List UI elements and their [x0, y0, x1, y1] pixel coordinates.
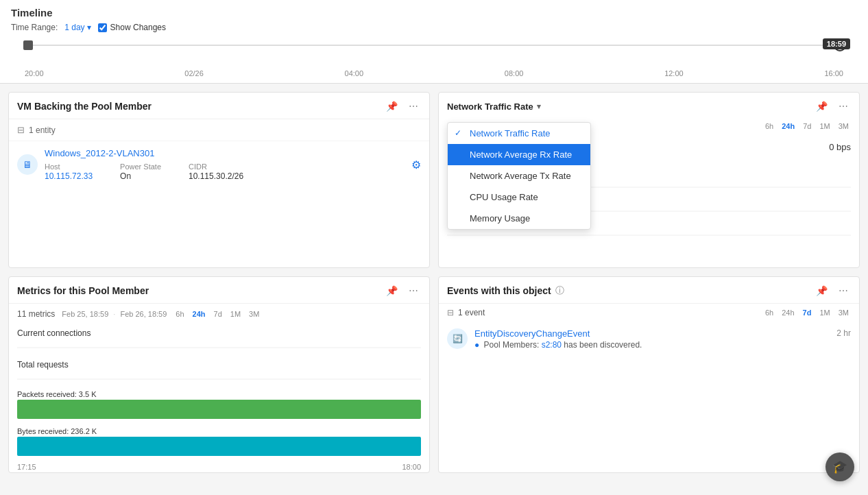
packets-bar	[17, 400, 421, 419]
events-more-button[interactable]: ⋯	[836, 284, 851, 298]
time-btn-24h[interactable]: 24h	[780, 121, 797, 131]
events-pin-button[interactable]: 📌	[813, 284, 830, 298]
metrics-time-btn-3m[interactable]: 3M	[247, 309, 261, 319]
dropdown-item-network-traffic[interactable]: Network Traffic Rate	[448, 123, 590, 144]
metrics-card-actions: 📌 ⋯	[383, 284, 421, 298]
event-avatar: 🔄	[447, 328, 468, 349]
dropdown-item-cpu-usage[interactable]: CPU Usage Rate	[448, 186, 590, 208]
events-time-btn-24h[interactable]: 24h	[780, 308, 796, 317]
gear-icon[interactable]: ⚙	[411, 158, 421, 171]
vm-more-button[interactable]: ⋯	[406, 99, 421, 113]
metrics-time-btn-1m[interactable]: 1M	[228, 309, 243, 319]
events-count: 1 event	[458, 308, 485, 317]
vm-card-header: VM Backing the Pool Member 📌 ⋯	[9, 93, 429, 119]
metrics-card-header: Metrics for this Pool Member 📌 ⋯	[9, 277, 429, 304]
bytes-received-label: Bytes received: 236.2 K	[17, 427, 421, 435]
timeline-thumb-left[interactable]	[23, 40, 33, 50]
event-title[interactable]: EntityDiscoveryChangeEvent	[474, 328, 830, 339]
events-filter-icon: ⊟	[447, 308, 454, 317]
events-card-actions: 📌 ⋯	[813, 284, 851, 298]
vm-host-link[interactable]: 10.115.72.33	[45, 171, 93, 181]
chart-x-labels: 17:15 18:00	[9, 461, 429, 472]
timeline-title: Timeline	[11, 7, 857, 19]
event-desc-link[interactable]: s2:80	[542, 340, 562, 350]
vm-name[interactable]: Windows_2012-2-VLAN301	[45, 148, 405, 158]
timeline-labels: 20:00 02/26 04:00 08:00 12:00 16:00	[11, 69, 857, 77]
events-time-btn-3m[interactable]: 3M	[836, 308, 851, 317]
events-card: Events with this object ⓘ 📌 ⋯ ⊟ 1 event …	[438, 276, 860, 473]
metrics-card-title: Metrics for this Pool Member	[17, 285, 149, 296]
main-grid: VM Backing the Pool Member 📌 ⋯ ⊟ 1 entit…	[0, 84, 868, 481]
network-pin-button[interactable]: 📌	[813, 99, 830, 113]
event-dot: ●	[474, 340, 479, 350]
events-time-buttons: 6h 24h 7d 1M 3M	[763, 308, 851, 317]
vm-card-actions: 📌 ⋯	[383, 99, 421, 113]
time-btn-3m[interactable]: 3M	[836, 121, 851, 131]
event-time: 2 hr	[836, 328, 851, 338]
entity-count: 1 entity	[29, 125, 56, 135]
packets-received-chart: Packets received: 3.5 K	[9, 387, 429, 422]
time-btn-1m[interactable]: 1M	[817, 121, 832, 131]
chevron-down-icon: ▾	[87, 23, 91, 32]
metrics-header-row: 11 metrics Feb 25, 18:59 · Feb 26, 18:59…	[9, 304, 429, 324]
vm-host-prop: Host 10.115.72.33	[45, 162, 93, 181]
show-changes-checkbox[interactable]	[98, 23, 107, 32]
vm-details: Windows_2012-2-VLAN301 Host 10.115.72.33…	[45, 148, 405, 181]
events-time-btn-1m[interactable]: 1M	[817, 308, 832, 317]
time-range-selector[interactable]: 1 day ▾	[64, 23, 91, 32]
chevron-down-icon: ▾	[537, 102, 541, 111]
timeline-bar: 18:59	[11, 36, 857, 57]
network-traffic-card: Network Traffic Rate ▾ Network Traffic R…	[438, 92, 860, 268]
metrics-time-btn-6h[interactable]: 6h	[173, 309, 186, 319]
metric-selector[interactable]: Network Traffic Rate ▾	[447, 101, 541, 112]
show-changes-label[interactable]: Show Changes	[98, 23, 166, 32]
metric-selector-label: Network Traffic Rate	[447, 101, 533, 112]
event-desc: ● Pool Members: s2:80 has been discovere…	[474, 340, 830, 350]
network-more-button[interactable]: ⋯	[836, 99, 851, 113]
vm-entity-row: ⊟ 1 entity	[9, 119, 429, 141]
metrics-date-range: Feb 25, 18:59 · Feb 26, 18:59	[62, 310, 167, 318]
events-time-btn-6h[interactable]: 6h	[763, 308, 775, 317]
metrics-time-btn-7d[interactable]: 7d	[212, 309, 224, 319]
vm-pin-button[interactable]: 📌	[383, 99, 400, 113]
vm-card-title: VM Backing the Pool Member	[17, 101, 152, 112]
dropdown-item-network-avg-rx[interactable]: Network Average Rx Rate	[448, 144, 590, 165]
metrics-time-buttons: 6h 24h 7d 1M 3M	[173, 309, 261, 319]
time-btn-7d[interactable]: 7d	[801, 121, 813, 131]
packets-received-label: Packets received: 3.5 K	[17, 390, 421, 398]
current-connections-chart	[9, 339, 429, 353]
dropdown-item-network-avg-tx[interactable]: Network Average Tx Rate	[448, 165, 590, 186]
metric-current-connections-label: Current connections	[9, 324, 429, 339]
bytes-received-chart: Bytes received: 236.2 K	[9, 424, 429, 459]
metrics-more-button[interactable]: ⋯	[406, 284, 421, 298]
timeline-end-badge: 18:59	[823, 38, 850, 49]
vm-row: 🖥 Windows_2012-2-VLAN301 Host 10.115.72.…	[9, 141, 429, 188]
help-button[interactable]: 🎓	[825, 452, 854, 481]
metric-total-requests-label: Total requests	[9, 356, 429, 371]
metrics-count: 11 metrics	[17, 309, 55, 319]
bytes-bar	[17, 437, 421, 456]
metrics-card: Metrics for this Pool Member 📌 ⋯ 11 metr…	[8, 276, 430, 473]
network-card-header: Network Traffic Rate ▾ Network Traffic R…	[439, 93, 859, 119]
info-icon: ⓘ	[555, 285, 564, 297]
metric-dropdown-wrapper: Network Traffic Rate ▾ Network Traffic R…	[447, 101, 541, 112]
events-filter-row: ⊟ 1 event 6h 24h 7d 1M 3M	[439, 304, 859, 322]
timeline-track	[25, 45, 843, 46]
vm-props: Host 10.115.72.33 Power State On CIDR 10…	[45, 162, 405, 181]
vm-cidr-prop: CIDR 10.115.30.2/26	[189, 162, 243, 181]
vm-backing-card: VM Backing the Pool Member 📌 ⋯ ⊟ 1 entit…	[8, 92, 430, 268]
metrics-time-btn-24h[interactable]: 24h	[191, 309, 208, 319]
network-card-actions: 📌 ⋯	[813, 99, 851, 113]
metrics-pin-button[interactable]: 📌	[383, 284, 400, 298]
dropdown-item-memory-usage[interactable]: Memory Usage	[448, 208, 590, 229]
events-time-btn-7d[interactable]: 7d	[801, 308, 814, 317]
filter-icon: ⊟	[17, 125, 25, 135]
events-card-header: Events with this object ⓘ 📌 ⋯	[439, 277, 859, 304]
event-details: EntityDiscoveryChangeEvent ● Pool Member…	[474, 328, 830, 350]
total-requests-chart	[9, 371, 429, 385]
time-btn-6h[interactable]: 6h	[763, 121, 775, 131]
event-row: 🔄 EntityDiscoveryChangeEvent ● Pool Memb…	[439, 322, 859, 357]
metric-time-buttons: 6h 24h 7d 1M 3M	[763, 121, 851, 131]
metric-dropdown-menu: Network Traffic Rate Network Average Rx …	[447, 122, 591, 230]
vm-power-prop: Power State On	[120, 162, 161, 181]
